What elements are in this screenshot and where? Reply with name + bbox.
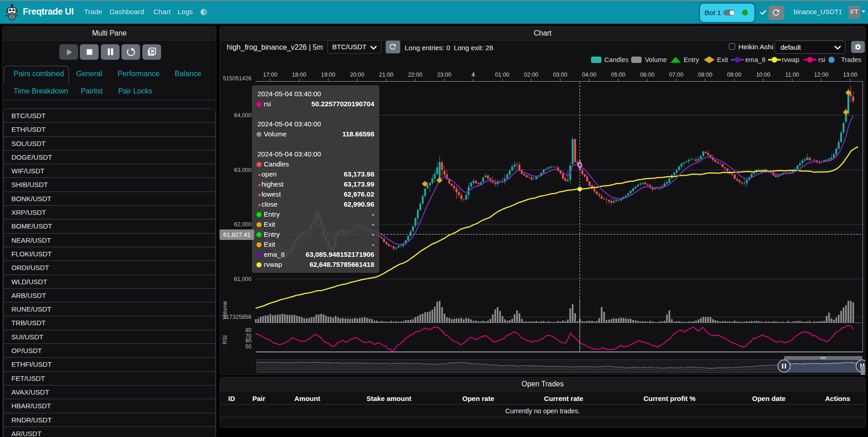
svg-text:03:00: 03:00 xyxy=(553,72,567,78)
svg-text:02:00: 02:00 xyxy=(524,72,538,78)
svg-text:20:00: 20:00 xyxy=(350,72,364,78)
svg-text:18:00: 18:00 xyxy=(292,72,306,78)
svg-text:11:00: 11:00 xyxy=(785,72,799,78)
svg-text:Volume: Volume xyxy=(222,301,228,319)
svg-text:17:00: 17:00 xyxy=(263,72,277,78)
svg-text:50: 50 xyxy=(246,343,252,350)
svg-text:13:00: 13:00 xyxy=(843,72,857,78)
svg-text:01:00: 01:00 xyxy=(495,72,509,78)
svg-text:05:00: 05:00 xyxy=(611,72,625,78)
svg-text:07:00: 07:00 xyxy=(669,72,683,78)
svg-text:61,000: 61,000 xyxy=(234,276,251,282)
svg-text:06:00: 06:00 xyxy=(640,72,654,78)
svg-text:22:00: 22:00 xyxy=(408,72,422,78)
svg-text:515051426: 515051426 xyxy=(223,75,251,82)
svg-text:10:00: 10:00 xyxy=(756,72,770,78)
svg-text:09:00: 09:00 xyxy=(727,72,741,78)
svg-text:12:00: 12:00 xyxy=(814,72,828,78)
svg-text:64,000: 64,000 xyxy=(234,112,251,119)
svg-text:19:00: 19:00 xyxy=(321,72,335,78)
svg-text:RSI: RSI xyxy=(222,335,228,344)
svg-text:08:00: 08:00 xyxy=(698,72,712,78)
svg-text:62,000: 62,000 xyxy=(234,221,251,228)
svg-text:63,000: 63,000 xyxy=(234,167,251,173)
svg-text:4: 4 xyxy=(471,72,475,78)
svg-text:04:00: 04:00 xyxy=(582,72,596,78)
svg-text:23:00: 23:00 xyxy=(437,72,451,78)
svg-text:21:00: 21:00 xyxy=(379,72,393,78)
